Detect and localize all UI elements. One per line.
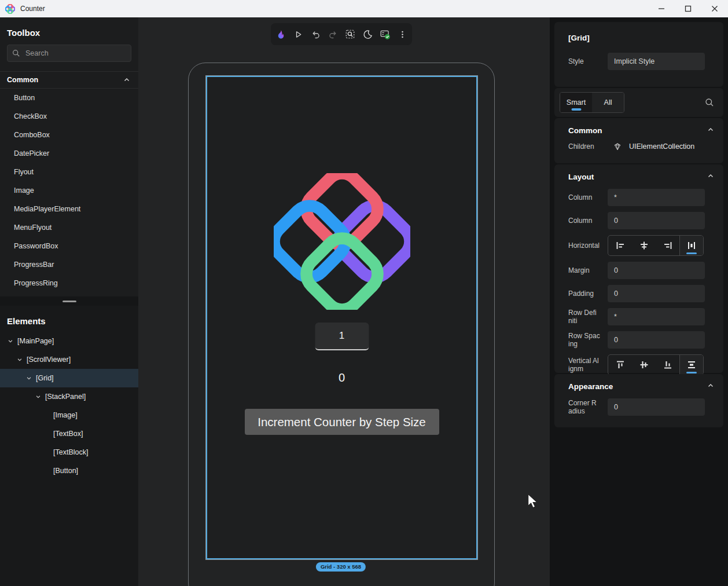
column-label: Column	[568, 217, 600, 225]
tab-smart[interactable]: Smart	[560, 93, 592, 112]
toolbox-search[interactable]	[7, 45, 131, 62]
minimize-button[interactable]	[648, 0, 675, 17]
play-button[interactable]	[291, 27, 306, 42]
tab-all[interactable]: All	[592, 93, 624, 112]
toolbox-item-mediaplayerelement[interactable]: MediaPlayerElement	[0, 200, 138, 218]
kebab-menu-icon	[398, 30, 407, 39]
valign-bottom-button[interactable]	[656, 355, 679, 375]
panel-splitter[interactable]	[0, 296, 138, 306]
theme-toggle-button[interactable]	[360, 27, 375, 42]
redo-button[interactable]	[325, 27, 340, 42]
increment-button[interactable]: Increment Counter by Step Size	[245, 409, 439, 435]
valign-center-button[interactable]	[632, 355, 656, 375]
halign-center-button[interactable]	[632, 236, 656, 255]
tree-item-image[interactable]: [Image]	[0, 406, 138, 424]
app-logo-icon	[5, 4, 15, 14]
padding-input[interactable]	[608, 285, 705, 302]
row-spacing-input[interactable]	[608, 331, 705, 349]
tree-item-mainpage[interactable]: [MainPage]	[0, 332, 138, 350]
toolbox-item-progressbar[interactable]: ProgressBar	[0, 255, 138, 274]
chevron-down-icon[interactable]	[35, 394, 41, 400]
more-options-button[interactable]	[395, 27, 410, 42]
tree-item-grid-selected[interactable]: [Grid]	[0, 369, 138, 387]
grid-root[interactable]: 1 0 Increment Counter by Step Size	[206, 76, 477, 559]
children-value: UIElementCollection	[629, 142, 694, 151]
toolbox-item-image[interactable]: Image	[0, 181, 138, 200]
increment-button-label: Increment Counter by Step Size	[258, 415, 426, 429]
toolbox-section-common[interactable]: Common	[0, 71, 138, 89]
tab-smart-label: Smart	[567, 98, 586, 107]
maximize-button[interactable]	[675, 0, 701, 17]
vertical-alignment-group	[608, 354, 704, 375]
close-icon	[711, 5, 718, 12]
valign-stretch-button[interactable]	[679, 355, 703, 375]
column-definitions-label: Column	[568, 193, 600, 202]
search-icon	[12, 49, 20, 57]
toolbox-item-menuflyout[interactable]: MenuFlyout	[0, 218, 138, 237]
valign-top-button[interactable]	[608, 355, 632, 375]
layout-section-title: Layout	[568, 173, 594, 181]
gem-icon	[613, 142, 622, 151]
property-search-icon[interactable]	[705, 98, 714, 107]
horizontal-alignment-group	[608, 235, 704, 256]
maximize-icon	[685, 5, 692, 12]
toolbox-item-button[interactable]: Button	[0, 89, 138, 107]
search-input[interactable]	[25, 49, 126, 57]
chevron-up-icon[interactable]	[707, 173, 714, 180]
undo-button[interactable]	[308, 27, 323, 42]
toolbox-item-progressring[interactable]: ProgressRing	[0, 274, 138, 292]
textbox-value: 1	[339, 330, 344, 342]
appearance-section-card: Appearance Corner Radius	[554, 374, 723, 427]
toolbox-item-checkbox[interactable]: CheckBox	[0, 107, 138, 126]
play-icon	[293, 30, 303, 39]
chevron-up-icon[interactable]	[707, 126, 714, 133]
valign-top-icon	[615, 359, 626, 371]
valign-center-icon	[638, 359, 650, 371]
children-label: Children	[568, 142, 600, 151]
selection-card: [Grid] Style	[554, 22, 723, 87]
column-definitions-input[interactable]	[608, 189, 705, 206]
toolbox-title: Toolbox	[0, 17, 138, 43]
toolbox-item-combobox[interactable]: ComboBox	[0, 126, 138, 144]
chevron-up-icon[interactable]	[707, 382, 714, 389]
device-frame: 1 0 Increment Counter by Step Size	[188, 63, 495, 586]
style-input[interactable]	[608, 53, 705, 70]
uno-platform-logo[interactable]	[274, 173, 410, 310]
close-button[interactable]	[701, 0, 728, 17]
tree-item-label: [ScrollViewer]	[27, 356, 71, 364]
halign-stretch-button[interactable]	[679, 236, 703, 255]
design-surface[interactable]: 1 0 Increment Counter by Step Size	[205, 75, 478, 560]
chevron-down-icon[interactable]	[8, 338, 13, 344]
corner-radius-input[interactable]	[608, 398, 705, 416]
margin-input[interactable]	[608, 262, 705, 279]
diagnostics-button[interactable]	[377, 27, 392, 42]
chevron-down-icon[interactable]	[26, 375, 32, 381]
splitter-handle[interactable]	[62, 301, 76, 302]
hot-reload-button[interactable]	[273, 27, 288, 42]
tree-item-textblock[interactable]: [TextBlock]	[0, 443, 138, 462]
tree-item-textbox[interactable]: [TextBox]	[0, 424, 138, 443]
row-definitions-input[interactable]	[608, 308, 705, 325]
window-title: Counter	[20, 5, 45, 13]
halign-right-button[interactable]	[656, 236, 679, 255]
step-size-textbox[interactable]: 1	[315, 323, 369, 350]
mouse-cursor	[527, 493, 538, 509]
counter-textblock: 0	[207, 371, 476, 384]
property-inspector: [Grid] Style Smart All Common Children	[550, 17, 728, 586]
zoom-selection-button[interactable]	[343, 27, 358, 42]
column-input[interactable]	[608, 212, 705, 229]
toolbox-item-passwordbox[interactable]: PasswordBox	[0, 237, 138, 255]
dark-theme-moon-icon	[363, 30, 373, 39]
halign-left-button[interactable]	[608, 236, 632, 255]
toolbox-item-flyout[interactable]: Flyout	[0, 163, 138, 181]
tree-item-button[interactable]: [Button]	[0, 462, 138, 480]
corner-radius-label: Corner Radius	[568, 399, 600, 415]
row-definitions-label: Row Definiti	[568, 309, 600, 325]
chevron-down-icon[interactable]	[17, 357, 23, 362]
tree-item-scrollviewer[interactable]: [ScrollViewer]	[0, 350, 138, 369]
chevron-up-icon[interactable]	[123, 76, 130, 83]
tree-item-stackpanel[interactable]: [StackPanel]	[0, 387, 138, 406]
selected-element-title: [Grid]	[554, 22, 723, 42]
toolbox-item-datepicker[interactable]: DatePicker	[0, 144, 138, 163]
app-window: Counter Toolbox Common B	[0, 0, 728, 586]
